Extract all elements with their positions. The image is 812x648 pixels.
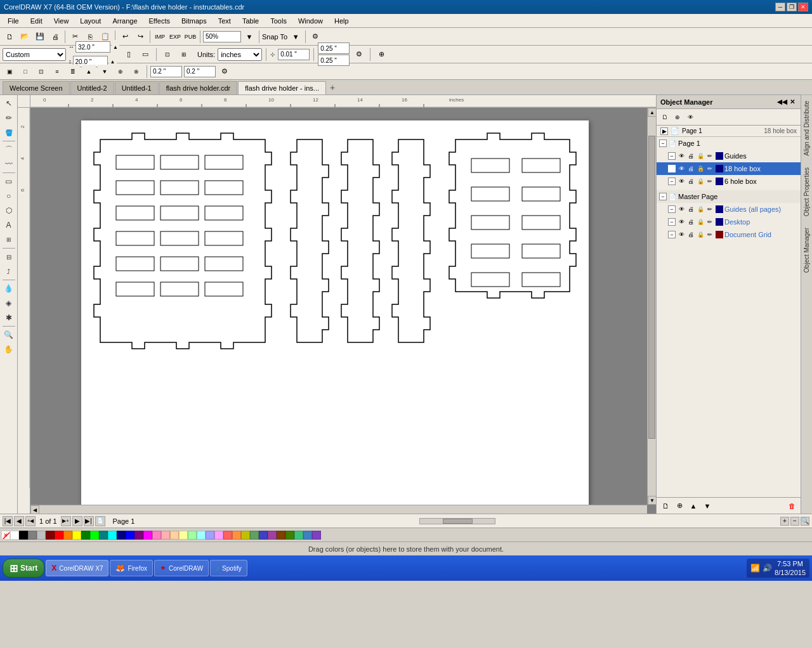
color-swatch-green-dark[interactable] xyxy=(81,531,90,540)
guides-edit[interactable]: ✏ xyxy=(705,152,714,160)
canvas-scroll[interactable] xyxy=(30,108,647,505)
color-swatch-indigo[interactable] xyxy=(268,531,277,540)
guide-options-button[interactable]: ⚙ xyxy=(352,48,366,62)
interactive-fill[interactable]: ◈ xyxy=(2,296,16,310)
zoom-in-btn[interactable]: + xyxy=(780,517,789,526)
nav-add-page[interactable]: 📄 xyxy=(95,516,105,526)
text-tool[interactable]: A xyxy=(2,218,16,232)
color-swatch-red[interactable] xyxy=(55,531,63,540)
menu-file[interactable]: File xyxy=(3,16,24,26)
nav-add-after[interactable]: ▶+ xyxy=(61,516,71,526)
menu-effects[interactable]: Effects xyxy=(144,16,175,26)
tab-untitled1[interactable]: Untitled-1 xyxy=(115,81,159,94)
selector-tool[interactable]: ↖ xyxy=(2,96,16,110)
taskbar-firefox[interactable]: 🦊 Firefox xyxy=(110,560,153,576)
page1-expand[interactable]: − xyxy=(659,139,667,147)
align-btn[interactable]: ≡ xyxy=(50,65,64,79)
color-swatch-navy[interactable] xyxy=(117,531,126,540)
menu-arrange[interactable]: Arrange xyxy=(107,16,142,26)
fit-page-btn[interactable]: 🔍 xyxy=(801,517,809,526)
18hole-print[interactable]: 🖨 xyxy=(686,164,695,173)
desktop-expand[interactable]: − xyxy=(668,218,676,226)
tab-welcome[interactable]: Welcome Screen xyxy=(3,81,70,94)
taskbar-coreldraw[interactable]: X CorelDRAW X7 xyxy=(46,560,108,576)
pan-tool[interactable]: ✋ xyxy=(2,342,16,356)
menu-layout[interactable]: Layout xyxy=(75,16,106,26)
rectangle-tool[interactable]: ▭ xyxy=(2,174,16,188)
order-back-btn[interactable]: ▼ xyxy=(98,65,112,79)
smart-drawing[interactable]: ✱ xyxy=(2,311,16,325)
6hole-eye[interactable]: 👁 xyxy=(677,177,686,186)
menu-help[interactable]: Help xyxy=(329,16,354,26)
color-swatch-sage[interactable] xyxy=(250,531,259,540)
color-swatch-orange[interactable] xyxy=(63,531,72,540)
portrait-button[interactable]: ▯ xyxy=(122,48,136,62)
tree-desktop[interactable]: − 👁 🖨 🔒 ✏ Desktop xyxy=(657,216,801,228)
menu-table[interactable]: Table xyxy=(237,16,264,26)
nav-first[interactable]: |◀ xyxy=(3,516,13,526)
new-button[interactable]: 🗋 xyxy=(3,30,16,44)
nudge-input[interactable] xyxy=(278,49,310,60)
color-swatch-pink[interactable] xyxy=(152,531,161,540)
18hole-lock[interactable]: 🔒 xyxy=(696,164,705,173)
color-swatch-lightblue[interactable] xyxy=(206,531,214,540)
bezier-tool[interactable]: ⌒ xyxy=(2,143,16,157)
save-button[interactable]: 💾 xyxy=(33,30,47,44)
page-size-dropdown[interactable]: Custom Letter A4 xyxy=(3,48,66,61)
bleed-button[interactable]: ⊞ xyxy=(177,48,191,62)
select-all-btn[interactable]: ▣ xyxy=(3,65,16,79)
menu-bitmaps[interactable]: Bitmaps xyxy=(176,16,212,26)
ellipse-tool[interactable]: ○ xyxy=(2,189,16,203)
deselect-btn[interactable]: □ xyxy=(18,65,32,79)
artistic-media[interactable]: 〰 xyxy=(2,157,16,171)
hscroll-left[interactable]: ◀ xyxy=(30,505,39,514)
parallel-tool[interactable]: ⊟ xyxy=(2,250,16,264)
docgrid-print[interactable]: 🖨 xyxy=(686,230,695,239)
options-button[interactable]: ⚙ xyxy=(308,30,322,44)
color-swatch-purple[interactable] xyxy=(134,531,143,540)
freehand-tool[interactable]: ✏ xyxy=(2,111,16,125)
guidesall-print[interactable]: 🖨 xyxy=(686,205,695,214)
color-swatch-lightcyan[interactable] xyxy=(197,531,206,540)
pos-y-input[interactable] xyxy=(184,66,216,77)
color-swatch-cyan[interactable] xyxy=(108,531,117,540)
om-show-all[interactable]: 👁 xyxy=(684,112,696,123)
color-swatch-chartreuse[interactable] xyxy=(285,531,294,540)
menu-view[interactable]: View xyxy=(49,16,74,26)
color-swatch-coral[interactable] xyxy=(223,531,232,540)
publish-button[interactable]: PUB xyxy=(183,30,197,44)
menu-text[interactable]: Text xyxy=(213,16,236,26)
menu-window[interactable]: Window xyxy=(293,16,328,26)
rendering-button[interactable]: ⊡ xyxy=(160,48,174,62)
desktop-lock[interactable]: 🔒 xyxy=(696,217,705,226)
nav-add-before[interactable]: +◀ xyxy=(25,516,36,526)
tree-masterpage[interactable]: − 📄 Master Page xyxy=(657,190,801,203)
om-move-up[interactable]: ▲ xyxy=(687,500,700,512)
add-page-button[interactable]: ⊕ xyxy=(374,48,388,62)
color-swatch-black[interactable] xyxy=(19,531,28,540)
om-move-down[interactable]: ▼ xyxy=(701,500,714,512)
minimize-button[interactable]: ─ xyxy=(775,3,785,11)
color-swatch-lightyellow[interactable] xyxy=(179,531,188,540)
guide-y-input[interactable] xyxy=(318,55,350,66)
tree-page1[interactable]: − 📄 Page 1 xyxy=(657,137,801,150)
6hole-print[interactable]: 🖨 xyxy=(686,177,695,186)
color-swatch-brown[interactable] xyxy=(277,531,285,540)
docgrid-expand[interactable]: − xyxy=(668,231,676,238)
guidesall-edit[interactable]: ✏ xyxy=(705,205,714,214)
color-swatch-violet[interactable] xyxy=(312,531,321,540)
om-delete[interactable]: 🗑 xyxy=(785,500,798,512)
om-new-master-layer[interactable]: ⊕ xyxy=(672,112,683,123)
om-new-obj-btn[interactable]: ⊕ xyxy=(673,500,686,512)
guide-x-input[interactable] xyxy=(318,42,350,54)
color-swatch-blue[interactable] xyxy=(126,531,134,540)
polygon-tool[interactable]: ⬡ xyxy=(2,204,16,217)
color-swatch-lightred[interactable] xyxy=(161,531,170,540)
nav-next[interactable]: ▶ xyxy=(72,516,82,526)
guidesall-expand[interactable]: − xyxy=(668,205,676,213)
zoom-out-btn[interactable]: − xyxy=(790,517,799,526)
tab-flashdrive-ins[interactable]: flash drive holder - ins... xyxy=(238,81,326,94)
guides-eye[interactable]: 👁 xyxy=(677,152,686,160)
color-swatch-skyblue[interactable] xyxy=(303,531,312,540)
transform-settings[interactable]: ⚙ xyxy=(218,65,232,79)
